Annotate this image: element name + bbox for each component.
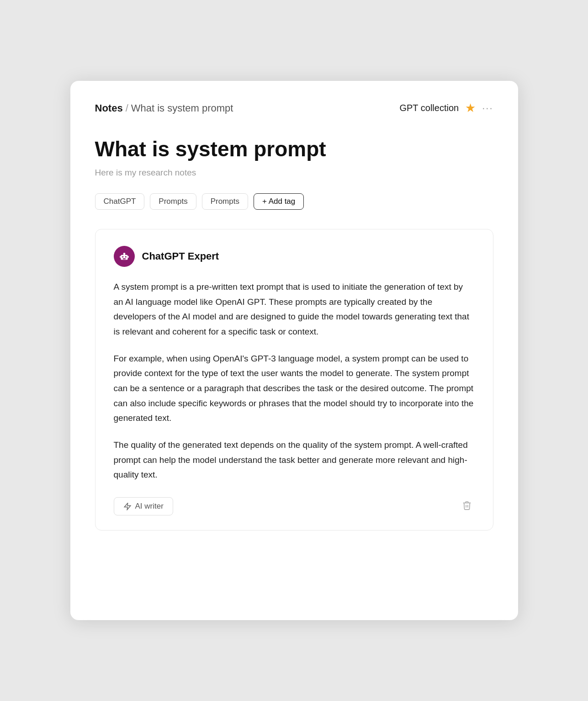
trash-icon [462,500,472,510]
delete-button[interactable] [459,498,475,515]
breadcrumb-notes[interactable]: Notes [95,102,123,114]
body-paragraph-2: For example, when using OpenAI's GPT-3 l… [114,351,475,426]
add-tag-button[interactable]: + Add tag [254,193,304,210]
lightning-icon [123,502,132,510]
ai-writer-button[interactable]: AI writer [114,497,173,515]
tag-prompts-2[interactable]: Prompts [202,193,248,210]
app-container: Notes / What is system prompt GPT collec… [70,81,518,620]
svg-point-2 [125,256,126,257]
breadcrumb: Notes / What is system prompt [95,102,233,114]
page-title: What is system prompt [95,137,493,161]
body-paragraph-3: The quality of the generated text depend… [114,438,475,483]
expert-name: ChatGPT Expert [142,250,219,262]
svg-rect-5 [120,256,121,258]
header-right: GPT collection ★ ··· [399,101,493,115]
more-options-icon[interactable]: ··· [482,102,493,114]
page-subtitle: Here is my research notes [95,168,493,178]
body-paragraph-1: A system prompt is a pre-written text pr… [114,280,475,340]
header: Notes / What is system prompt GPT collec… [95,101,493,115]
collection-label: GPT collection [399,103,459,113]
breadcrumb-separator: / [126,102,128,114]
breadcrumb-current: What is system prompt [131,102,233,114]
svg-rect-7 [122,258,126,259]
expert-avatar [114,246,135,267]
ai-writer-label: AI writer [135,502,164,511]
tag-chatgpt[interactable]: ChatGPT [95,193,145,210]
card-footer: AI writer [114,497,475,515]
tags-row: ChatGPT Prompts Prompts + Add tag [95,193,493,210]
svg-rect-6 [127,256,128,258]
tag-prompts-1[interactable]: Prompts [150,193,196,210]
content-card: ChatGPT Expert A system prompt is a pre-… [95,229,493,531]
expert-header: ChatGPT Expert [114,246,475,267]
star-icon[interactable]: ★ [465,101,476,115]
bot-icon [118,250,130,262]
svg-point-1 [122,256,123,257]
